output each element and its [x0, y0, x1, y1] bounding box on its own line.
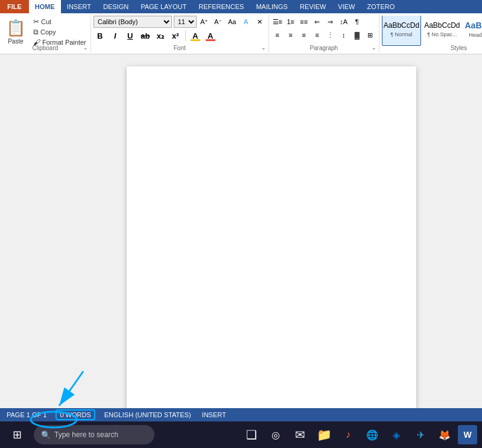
underline-button[interactable]: U	[124, 29, 137, 42]
change-case-button[interactable]: Aa	[226, 16, 238, 28]
start-button[interactable]: ⊞	[5, 423, 29, 447]
sort-button[interactable]: ↕A	[338, 16, 350, 28]
para-row-1: ☰≡ 1≡ ≡≡ ⇐ ⇒ ↕A ¶	[271, 16, 363, 28]
copy-icon: ⧉	[33, 28, 39, 36]
highlight-color-button[interactable]: A	[189, 29, 202, 42]
clipboard-sub-buttons: ✂ Cut ⧉ Copy 🖌 Format Painter	[31, 16, 88, 47]
paste-button[interactable]: 📋 Paste	[2, 18, 29, 46]
insert-mode[interactable]: INSERT	[200, 411, 228, 419]
bullets-button[interactable]: ☰≡	[271, 16, 284, 28]
clear-formatting-button[interactable]: ✕	[254, 16, 266, 28]
paragraph-group: ☰≡ 1≡ ≡≡ ⇐ ⇒ ↕A ¶ ≡ ≡ ≡ ≡ ⋮ ↕ ▓ ⊞ Paragr…	[269, 14, 379, 53]
font-group-label: Font	[91, 45, 268, 51]
clipboard-expand-button[interactable]: ⌄	[82, 44, 89, 51]
paragraph-expand-button[interactable]: ⌄	[370, 44, 378, 51]
font-expand-button[interactable]: ⌄	[260, 44, 267, 51]
ribbon-toolbar: 📋 Paste ✂ Cut ⧉ Copy 🖌 Format Painter Cl…	[0, 13, 482, 54]
tab-insert[interactable]: INSERT	[61, 0, 97, 13]
font-group: Calibri (Body) 11 A⁺ A⁻ Aa A ✕ B I U ab …	[91, 14, 269, 53]
document-page[interactable]	[127, 66, 416, 435]
tab-references[interactable]: REFERENCES	[192, 0, 250, 13]
mail-icon[interactable]: ✉	[289, 424, 311, 446]
telegram-icon[interactable]: ✈	[410, 424, 431, 446]
paste-label: Paste	[8, 38, 24, 45]
ribbon-tabs: FILE HOME INSERT DESIGN PAGE LAYOUT REFE…	[0, 0, 482, 13]
subscript-button[interactable]: x₂	[154, 29, 167, 42]
justify-button[interactable]: ≡	[311, 29, 323, 41]
align-left-button[interactable]: ≡	[271, 29, 284, 41]
tab-design[interactable]: DESIGN	[97, 0, 135, 13]
style-no-spacing-preview: AaBbCcDd	[424, 21, 460, 30]
style-heading1-preview: AaBbCc	[465, 21, 483, 31]
font-name-row: Calibri (Body) 11 A⁺ A⁻ Aa A ✕	[94, 16, 266, 28]
tab-view[interactable]: VIEW	[332, 0, 361, 13]
increase-font-button[interactable]: A⁺	[198, 16, 211, 28]
increase-indent-button[interactable]: ⇒	[325, 16, 337, 28]
superscript-button[interactable]: x²	[169, 29, 182, 42]
style-heading1-label: Heading 1	[469, 32, 482, 38]
tab-page-layout[interactable]: PAGE LAYOUT	[135, 0, 192, 13]
tab-home[interactable]: HOME	[29, 0, 61, 13]
cut-icon: ✂	[33, 18, 39, 26]
taskbar-search[interactable]: 🔍 Type here to search	[34, 425, 154, 444]
multilevel-list-button[interactable]: ≡≡	[298, 16, 310, 28]
page-info[interactable]: PAGE 1 OF 1	[5, 411, 48, 419]
style-heading1[interactable]: AaBbCc Heading 1	[463, 16, 483, 46]
strikethrough-button[interactable]: ab	[139, 29, 152, 42]
styles-group-label: Styles	[379, 45, 482, 51]
font-color-button[interactable]: A	[204, 29, 217, 42]
files-icon[interactable]: 📁	[313, 424, 335, 446]
taskbar-right: ❑ ◎ ✉ 📁 ♪ 🌐 ◈ ✈ 🦊 W	[241, 424, 477, 446]
style-no-spacing[interactable]: AaBbCcDd ¶ No Spac...	[422, 16, 461, 46]
document-area[interactable]	[0, 54, 482, 435]
copy-label: Copy	[40, 28, 56, 36]
text-effects-button[interactable]: A	[240, 16, 252, 28]
paragraph-group-label: Paragraph	[269, 45, 379, 51]
tab-review[interactable]: REVIEW	[294, 0, 332, 13]
status-bar: PAGE 1 OF 1 0 WORDS ENGLISH (UNITED STAT…	[0, 408, 482, 421]
style-no-spacing-label: ¶ No Spac...	[427, 31, 457, 37]
line-spacing-button[interactable]: ↕	[338, 29, 350, 41]
style-normal-label: ¶ Normal	[390, 31, 412, 37]
italic-button[interactable]: I	[109, 29, 122, 42]
tab-mailings[interactable]: MAILINGS	[250, 0, 294, 13]
columns-button[interactable]: ⋮	[325, 29, 337, 41]
browser-icon[interactable]: 🌐	[361, 424, 383, 446]
copy-button[interactable]: ⧉ Copy	[31, 27, 88, 37]
font-separator	[185, 30, 186, 41]
tab-zotero[interactable]: ZOTERO	[361, 0, 401, 13]
tab-file[interactable]: FILE	[0, 0, 29, 13]
decrease-font-button[interactable]: A⁻	[212, 16, 224, 28]
svg-line-1	[59, 371, 83, 406]
clipboard-group-label: Clipboard	[0, 45, 90, 51]
borders-button[interactable]: ⊞	[364, 29, 376, 41]
bold-button[interactable]: B	[94, 29, 107, 42]
font-size-select[interactable]: 11	[174, 16, 197, 28]
language[interactable]: ENGLISH (UNITED STATES)	[103, 411, 193, 419]
font-name-select[interactable]: Calibri (Body)	[94, 16, 172, 28]
clipboard-group: 📋 Paste ✂ Cut ⧉ Copy 🖌 Format Painter Cl…	[0, 14, 91, 53]
decrease-indent-button[interactable]: ⇐	[311, 16, 323, 28]
align-center-button[interactable]: ≡	[285, 29, 297, 41]
para-row-2: ≡ ≡ ≡ ≡ ⋮ ↕ ▓ ⊞	[271, 29, 376, 41]
align-right-button[interactable]: ≡	[298, 29, 310, 41]
styles-group: AaBbCcDd ¶ Normal AaBbCcDd ¶ No Spac... …	[379, 14, 482, 53]
search-icon: 🔍	[41, 430, 51, 440]
cortana-icon[interactable]: ◎	[265, 424, 287, 446]
task-view-icon[interactable]: ❑	[241, 424, 262, 446]
taskbar: ⊞ 🔍 Type here to search ❑ ◎ ✉ 📁 ♪ 🌐 ◈ ✈ …	[0, 421, 482, 448]
shading-button[interactable]: ▓	[351, 29, 363, 41]
search-placeholder: Type here to search	[54, 430, 118, 439]
firefox-icon[interactable]: 🦊	[434, 424, 455, 446]
paste-icon: 📋	[6, 19, 25, 38]
numbering-button[interactable]: 1≡	[285, 16, 297, 28]
cut-label: Cut	[41, 18, 51, 25]
word-icon[interactable]: W	[458, 425, 477, 444]
cut-button[interactable]: ✂ Cut	[31, 17, 88, 27]
edge-icon[interactable]: ◈	[385, 424, 407, 446]
word-count[interactable]: 0 WORDS	[55, 409, 95, 420]
font-format-row: B I U ab x₂ x² A A	[94, 29, 217, 42]
show-hide-button[interactable]: ¶	[351, 16, 363, 28]
music-icon[interactable]: ♪	[337, 424, 359, 446]
style-normal[interactable]: AaBbCcDd ¶ Normal	[382, 16, 421, 46]
